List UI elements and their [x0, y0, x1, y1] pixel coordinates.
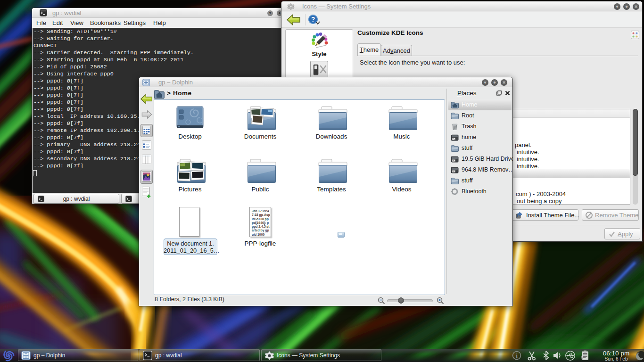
svg-text:i: i [516, 352, 518, 359]
svg-text:?: ? [311, 16, 315, 23]
